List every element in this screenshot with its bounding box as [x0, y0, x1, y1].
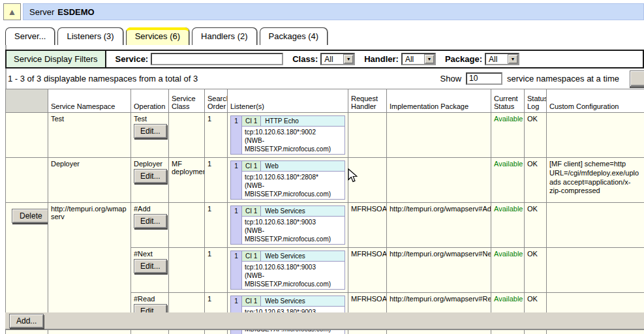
row-actions-cell — [6, 113, 48, 158]
show-label: Show — [440, 74, 462, 84]
collapse-section-button[interactable]: ▲ — [3, 3, 21, 20]
col-header-custom-configuration: Custom Configuration — [547, 89, 644, 113]
tab-handlers[interactable]: Handlers (2) — [192, 27, 257, 45]
listener-box: 1 CI 1 Web tcp:10.120.63.180*:2808* (NWB… — [230, 160, 345, 200]
operation-name: #Next — [134, 250, 166, 258]
listener-name: Web Services — [261, 296, 345, 306]
chevron-down-icon[interactable]: ▼ — [508, 54, 518, 64]
status-log-cell: OK — [525, 248, 547, 293]
show-suffix-label: service namespaces at a time — [507, 74, 619, 84]
listener-conversation: CI 1 — [242, 161, 261, 171]
listener-conversation: CI 1 — [242, 116, 261, 126]
listener-box: 1 CI 1 HTTP Echo tcp:10.120.63.180*:9002… — [230, 115, 345, 155]
handler-filter-select[interactable]: All ▼ — [401, 53, 436, 65]
col-header-service-class: Service Class — [169, 89, 205, 113]
listener-name: Web Services — [261, 206, 345, 216]
package-filter-label: Package: — [445, 54, 482, 64]
server-header-bar: ▲ Server ESDEMO — [3, 3, 644, 20]
edit-button[interactable]: Edit... — [134, 169, 167, 183]
edit-button[interactable]: Edit... — [134, 124, 167, 138]
col-header-service-namespace: Service Namespace — [48, 89, 131, 113]
custom-configuration-cell — [547, 203, 644, 248]
refresh-button-partial[interactable] — [630, 70, 644, 87]
chevron-down-icon[interactable]: ▼ — [343, 54, 354, 64]
status-log-cell: OK — [525, 158, 547, 203]
listener-number: 1 — [231, 251, 242, 289]
listener-box: 1 CI 1 Web Services tcp:10.120.63.180*:9… — [230, 205, 345, 245]
listener-number: 1 — [231, 161, 242, 199]
show-count-input[interactable] — [466, 72, 502, 85]
listener-address: tcp:10.120.63.180*:9003 — [245, 218, 342, 226]
implementation-package-cell — [387, 113, 491, 158]
tab-packages[interactable]: Packages (4) — [260, 27, 328, 45]
add-service-button[interactable]: Add... — [9, 314, 44, 328]
row-actions-cell — [6, 158, 48, 203]
operation-name: #Add — [134, 205, 166, 213]
listener-host: (NWB-MBISSETXP.microfocus.com) — [245, 136, 342, 153]
server-name: ESDEMO — [57, 7, 94, 17]
listeners-cell: 1 CI 1 Web tcp:10.120.63.180*:2808* (NWB… — [228, 158, 348, 203]
col-header-actions — [6, 89, 48, 113]
col-header-search-order: Search Order — [205, 89, 228, 113]
col-header-implementation-package: Implementation Package — [387, 89, 491, 113]
listener-host: (NWB-MBISSETXP.microfocus.com) — [245, 271, 342, 288]
request-handler-cell — [348, 113, 387, 158]
listener-host: (NWB-MBISSETXP.microfocus.com) — [245, 181, 342, 198]
listener-number: 1 — [231, 206, 242, 244]
listeners-cell: 1 CI 1 Web Services tcp:10.120.63.180*:9… — [228, 203, 348, 248]
service-class-cell — [169, 113, 205, 158]
col-header-request-handler: Request Handler — [348, 89, 387, 113]
listener-name: Web — [261, 161, 345, 171]
es-admin-services-page: ▲ Server ESDEMO Server... Listeners (3) … — [0, 0, 644, 334]
service-display-filters-bar: Service Display Filters Service: Class: … — [5, 50, 644, 68]
operation-cell: Test Edit... — [131, 113, 169, 158]
class-filter-value: All — [322, 55, 343, 64]
namespace-count-summary: 1 - 3 of 3 displayable namespaces from a… — [8, 74, 198, 84]
service-class-cell: MF deployment — [169, 158, 205, 203]
operation-cell: #Next Edit... — [131, 248, 169, 293]
package-filter-select[interactable]: All ▼ — [485, 53, 519, 65]
tab-listeners[interactable]: Listeners (3) — [57, 27, 123, 45]
listener-conversation: CI 1 — [242, 251, 261, 261]
table-row: Test Test Edit... 1 1 CI 1 HTTP Echo tc — [6, 113, 644, 158]
delete-button[interactable]: Delete — [12, 209, 48, 223]
implementation-package-cell: http://tempuri.org/wmapserv#Add — [387, 203, 491, 248]
operation-name: Test — [134, 115, 166, 123]
current-status-cell: Available — [491, 248, 525, 293]
listener-name: HTTP Echo — [261, 116, 345, 126]
chevron-down-icon[interactable]: ▼ — [424, 54, 435, 64]
filter-bar-title: Service Display Filters — [7, 51, 106, 67]
tab-server[interactable]: Server... — [5, 27, 55, 45]
table-row: Deployer Deployer Edit... MF deployment … — [6, 158, 644, 203]
tab-bar: Server... Listeners (3) Services (6) Han… — [5, 27, 328, 45]
listener-conversation: CI 1 — [242, 296, 261, 306]
current-status-cell: Available — [491, 113, 525, 158]
status-log-cell: OK — [525, 203, 547, 248]
listener-box: 1 CI 1 Web Services tcp:10.120.63.180*:9… — [230, 250, 345, 290]
listener-name: Web Services — [261, 251, 345, 261]
search-order-cell: 1 — [205, 248, 228, 293]
col-header-listeners: Listener(s) — [228, 89, 348, 113]
class-filter-select[interactable]: All ▼ — [320, 53, 355, 65]
implementation-package-cell — [387, 158, 491, 203]
service-class-cell — [169, 248, 205, 293]
search-order-cell: 1 — [205, 203, 228, 248]
listeners-cell: 1 CI 1 HTTP Echo tcp:10.120.63.180*:9002… — [228, 113, 348, 158]
server-title: Server ESDEMO — [23, 3, 644, 20]
class-filter-label: Class: — [292, 54, 318, 64]
service-namespace-cell: Test — [48, 113, 131, 158]
listener-number: 1 — [231, 116, 242, 154]
custom-configuration-cell: [MF client] scheme=http URL=/cgi/mfdeplo… — [547, 158, 644, 203]
listeners-cell: 1 CI 1 Web Services tcp:10.120.63.180*:9… — [228, 248, 348, 293]
tab-services[interactable]: Services (6) — [126, 27, 189, 45]
operation-name: Deployer — [134, 160, 166, 168]
package-filter-value: All — [486, 55, 508, 64]
edit-button[interactable]: Edit... — [134, 214, 167, 228]
listener-address: tcp:10.120.63.180*:9002 — [245, 128, 342, 136]
services-table: Service Namespace Operation Service Clas… — [5, 89, 644, 334]
listener-host: (NWB-MBISSETXP.microfocus.com) — [245, 226, 342, 243]
edit-button[interactable]: Edit... — [134, 259, 167, 273]
request-handler-cell — [348, 158, 387, 203]
service-filter-input[interactable] — [151, 53, 283, 65]
custom-configuration-cell — [547, 113, 644, 158]
